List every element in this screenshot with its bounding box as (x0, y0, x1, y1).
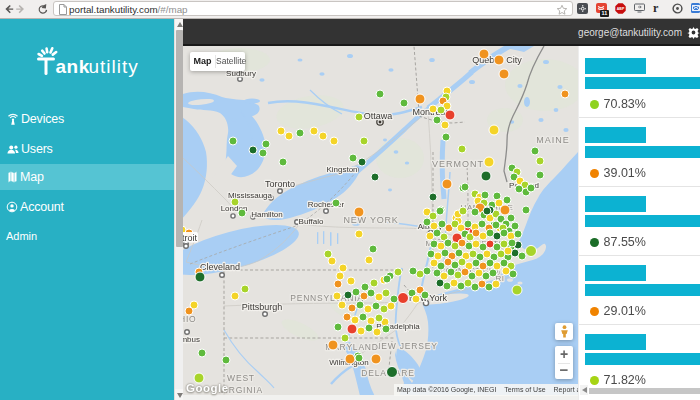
svg-text:Ottawa: Ottawa (364, 111, 393, 121)
svg-text:Hamilton: Hamilton (251, 210, 283, 219)
svg-text:NEW YORK: NEW YORK (343, 215, 398, 225)
svg-text:NEW JERSEY: NEW JERSEY (374, 341, 437, 351)
svg-text:MAINE: MAINE (536, 135, 570, 145)
svg-text:Cleveland: Cleveland (200, 262, 240, 272)
svg-text:Toronto: Toronto (265, 179, 295, 189)
svg-text:utility: utility (89, 56, 139, 77)
svg-text:ank: ank (56, 56, 90, 77)
svg-text:Kingston: Kingston (326, 165, 357, 174)
svg-text:ABP: ABP (617, 7, 625, 11)
svg-text:OHIO: OHIO (183, 314, 196, 324)
svg-text:Columbus: Columbus (183, 335, 200, 344)
svg-text:troit: troit (183, 233, 198, 243)
svg-text:Pittsburgh: Pittsburgh (242, 302, 283, 312)
svg-text:WEST: WEST (227, 373, 255, 383)
svg-text:Buffalo: Buffalo (299, 217, 324, 226)
svg-text:VERMONT: VERMONT (432, 159, 484, 169)
